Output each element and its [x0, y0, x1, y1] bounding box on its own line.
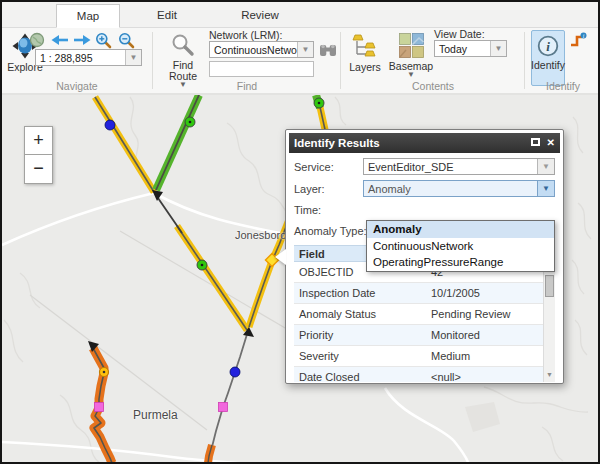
map-scale-dropdown-arrow[interactable]: ▼ [125, 50, 141, 65]
value-cell: 10/1/2005 [426, 287, 555, 299]
identify-group-label: Identify [526, 80, 600, 92]
field-cell: Inspection Date [294, 287, 426, 299]
service-label: Service: [294, 161, 363, 173]
dialog-title-bar[interactable]: Identify Results ✕ [289, 133, 560, 153]
layer-dropdown-list: Anomaly ContinuousNetwork OperatingPress… [366, 220, 555, 272]
pink-square-marker[interactable] [95, 403, 104, 412]
service-dropdown-arrow[interactable]: ▼ [537, 159, 554, 174]
identify-route-location-icon[interactable]: i [569, 32, 587, 51]
network-lrm-combobox[interactable]: ContinuousNetwork ▼ [209, 41, 314, 58]
field-cell: Severity [294, 350, 426, 362]
map-scale-combobox[interactable]: 1 : 288,895 ▼ [35, 49, 142, 66]
layer-label: Layer: [294, 183, 363, 195]
layer-value: Anomaly [364, 183, 537, 195]
scroll-down-icon[interactable]: ▼ [544, 370, 555, 380]
value-cell: Medium [426, 350, 555, 362]
dialog-callout-pointer [275, 249, 286, 265]
ribbon-tab-bar: Map Edit Review [2, 2, 598, 28]
time-label: Time: [294, 204, 363, 216]
orange-circle-marker[interactable] [100, 368, 109, 377]
layers-label: Layers [349, 62, 381, 73]
green-dot-marker[interactable] [185, 117, 195, 127]
map-canvas[interactable]: Jonesboro Purmela + − Identify Results ✕… [2, 95, 598, 462]
value-cell: Pending Review [426, 308, 555, 320]
find-group-label: Find [154, 80, 340, 92]
view-date-dropdown-arrow[interactable]: ▼ [490, 41, 506, 56]
contents-group-label: Contents [342, 80, 524, 92]
basemap-dropdown-caret: ▼ [407, 72, 415, 78]
pink-square-marker[interactable] [219, 403, 228, 412]
railroad-lines [30, 231, 292, 430]
route-yellow-main[interactable] [95, 97, 247, 330]
group-divider [340, 32, 341, 89]
map-zoom-in-button[interactable]: + [24, 126, 53, 155]
layer-option-anomaly[interactable]: Anomaly [367, 221, 554, 238]
view-date-label: View Date: [434, 28, 485, 40]
back-extent-arrow-icon[interactable] [51, 34, 69, 48]
full-extent-globe-icon[interactable] [29, 32, 45, 50]
forward-extent-arrow-icon[interactable] [73, 34, 91, 48]
group-divider [152, 32, 153, 89]
layer-option-operatingpressurerange[interactable]: OperatingPressureRange [367, 254, 554, 271]
identify-label: Identify [531, 59, 565, 71]
binoculars-icon[interactable] [319, 43, 337, 59]
identify-results-dialog: Identify Results ✕ Service: EventEditor_… [285, 129, 564, 384]
ribbon: Explore 1 : 288,895 ▼ Navigate Find Rou [2, 28, 598, 95]
map-zoom-control: + − [24, 126, 53, 184]
green-dot-marker[interactable] [314, 98, 324, 108]
service-value: EventEditor_SDE [364, 161, 537, 173]
find-route-input[interactable] [209, 61, 314, 77]
map-scale-value: 1 : 288,895 [36, 52, 125, 64]
find-route-label: Find Route [163, 60, 203, 82]
tab-map[interactable]: Map [56, 4, 120, 28]
identify-button[interactable]: i Identify [531, 30, 565, 86]
table-row[interactable]: Date Closed <null> [294, 367, 555, 382]
table-row[interactable]: Severity Medium [294, 346, 555, 367]
table-row[interactable]: Inspection Date 10/1/2005 [294, 283, 555, 304]
svg-text:i: i [546, 39, 550, 54]
value-cell: Monitored [426, 329, 555, 341]
urban-patch [465, 402, 500, 432]
event-editor-window: Map Edit Review Explore [0, 0, 600, 464]
scrollbar-thumb[interactable] [545, 275, 554, 297]
navigate-group-label: Navigate [2, 80, 152, 92]
layer-combobox[interactable]: Anomaly ▼ [363, 180, 555, 197]
network-lrm-label: Network (LRM): [209, 29, 283, 41]
close-icon[interactable]: ✕ [547, 138, 555, 148]
service-combobox[interactable]: EventEditor_SDE ▼ [363, 158, 555, 175]
maximize-icon[interactable] [531, 138, 540, 146]
tab-review[interactable]: Review [228, 4, 292, 28]
field-cell: Anomaly Status [294, 308, 426, 320]
dialog-title: Identify Results [294, 137, 380, 149]
view-date-value: Today [435, 43, 490, 55]
group-divider [524, 32, 525, 89]
network-lrm-dropdown-arrow[interactable]: ▼ [297, 42, 313, 57]
network-lrm-value: ContinuousNetwork [210, 44, 297, 56]
layer-option-continuousnetwork[interactable]: ContinuousNetwork [367, 238, 554, 255]
blue-dot-marker[interactable] [230, 367, 240, 377]
find-route-magnifier-icon [171, 33, 195, 59]
field-cell: Priority [294, 329, 426, 341]
value-cell: <null> [426, 371, 555, 382]
layers-button[interactable]: Layers [346, 30, 384, 85]
anomaly-type-label: Anomaly Type: [294, 225, 374, 237]
view-date-combobox[interactable]: Today ▼ [434, 40, 507, 57]
layers-icon [352, 33, 378, 61]
dialog-body: Service: EventEditor_SDE ▼ Layer: Anomal… [289, 153, 560, 382]
table-row[interactable]: Priority Monitored [294, 325, 555, 346]
table-scrollbar[interactable]: ▲ ▼ [543, 262, 555, 382]
green-dot-marker[interactable] [197, 260, 207, 270]
table-row[interactable]: Anomaly Status Pending Review [294, 304, 555, 325]
identify-icon: i [537, 35, 559, 59]
map-zoom-out-button[interactable]: − [24, 155, 53, 184]
field-cell: Date Closed [294, 371, 426, 382]
tab-edit[interactable]: Edit [135, 4, 199, 28]
basemap-icon [399, 33, 424, 60]
blue-dot-marker[interactable] [105, 120, 115, 130]
route-gray-south[interactable] [208, 331, 248, 462]
junction-arrow [152, 190, 182, 233]
route-orange[interactable] [88, 341, 112, 462]
layer-dropdown-arrow[interactable]: ▼ [537, 181, 554, 196]
